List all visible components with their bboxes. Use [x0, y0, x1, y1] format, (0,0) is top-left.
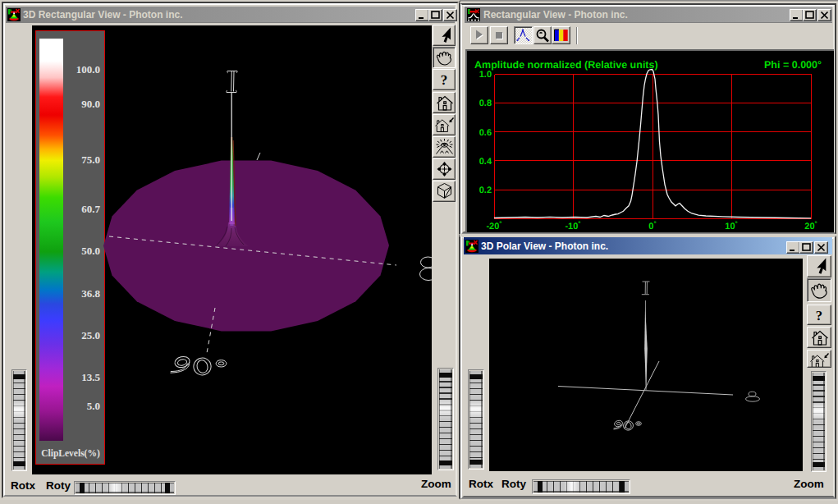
svg-text:0.2: 0.2 — [479, 186, 492, 195]
svg-text:0.6: 0.6 — [479, 128, 492, 138]
svg-text:Phi = 0.000°: Phi = 0.000° — [764, 59, 822, 71]
svg-text:1.0: 1.0 — [479, 70, 492, 80]
svg-text:-10°: -10° — [565, 220, 580, 231]
svg-text:20°: 20° — [804, 220, 817, 231]
svg-text:10°: 10° — [725, 220, 737, 231]
svg-text:0.4: 0.4 — [479, 157, 492, 167]
svg-text:Amplitude normalized (Relative: Amplitude normalized (Relative units) — [474, 59, 658, 71]
svg-text:?: ? — [441, 72, 448, 88]
svg-text:0.8: 0.8 — [479, 99, 492, 108]
svg-text:-20°: -20° — [486, 220, 501, 231]
svg-text:0°: 0° — [648, 220, 656, 231]
svg-text:?: ? — [816, 309, 822, 323]
